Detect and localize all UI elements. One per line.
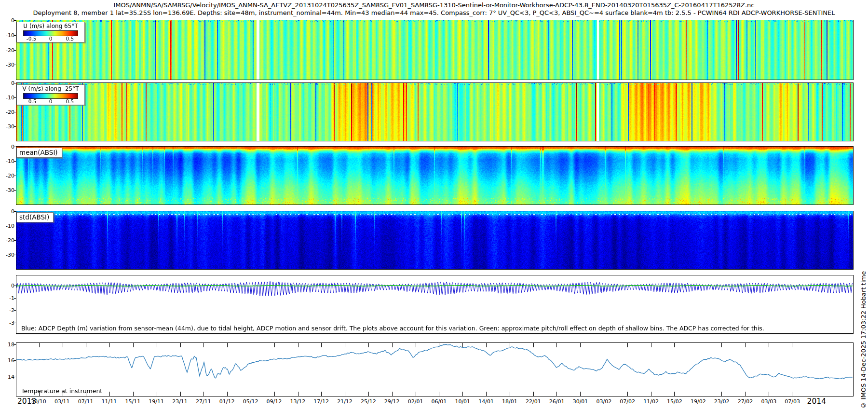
x-tick-label: 23/11 [172, 398, 188, 405]
temperature-plot [16, 343, 853, 396]
x-tick-mark [157, 392, 157, 396]
v-colorbar-legend: V (m/s) along -25°T -0.5 0 0.5 [16, 84, 85, 105]
std-absi-heatmap [16, 211, 853, 269]
y-tick-mark [14, 112, 16, 112]
y-tick-mark [14, 65, 16, 65]
y-tick-label: 0 [0, 144, 14, 150]
x-tick-mark [651, 343, 651, 347]
y-tick-mark [14, 83, 16, 83]
mean-absi-label: mean(ABSI) [16, 148, 62, 158]
x-tick-mark [533, 343, 534, 347]
x-tick-mark [274, 343, 275, 347]
x-tick-mark [298, 343, 298, 347]
x-tick-mark [486, 343, 487, 347]
x-tick-mark [556, 392, 557, 396]
mean-absi-panel: mean(ABSI) 0-10-20-30 [16, 146, 854, 205]
y-tick-label: -10 [0, 223, 14, 229]
x-tick-mark [109, 343, 110, 347]
x-tick-mark [792, 392, 792, 396]
x-tick-label: 26/01 [549, 398, 565, 405]
x-tick-label: 29/12 [384, 398, 400, 405]
x-tick-mark [510, 343, 510, 347]
x-tick-mark [203, 392, 204, 396]
y-tick-label: -10 [0, 158, 14, 164]
x-tick-label: 14/01 [478, 398, 494, 405]
year-end-label: 2014 [807, 397, 826, 406]
y-tick-label: 18 [0, 341, 14, 347]
x-tick-label: 02/01 [408, 398, 423, 405]
x-tick-mark [63, 343, 63, 347]
x-tick-mark [227, 343, 228, 347]
x-tick-mark [674, 392, 675, 396]
y-tick-label: -30 [0, 187, 14, 193]
colorbar-tick-label: 0.5 [66, 98, 74, 104]
x-tick-mark [86, 343, 86, 347]
figure-title-line1: IMOS/ANMN/SA/SAM8SG/Velocity/IMOS_ANMN-S… [0, 1, 868, 9]
x-tick-label: 09/12 [267, 398, 282, 405]
colorbar-tick-label: 0 [49, 36, 53, 41]
x-tick-mark [604, 392, 604, 396]
y-tick-label: -20 [0, 173, 14, 179]
u-colorbar-legend: U (m/s) along 65°T -0.5 0 0.5 [16, 22, 85, 42]
y-tick-mark [14, 360, 16, 361]
y-tick-label: 0 [0, 208, 14, 215]
u-velocity-panel: U (m/s) along 65°T -0.5 0 0.5 0-10-20-30 [16, 20, 854, 80]
y-tick-mark [14, 226, 16, 226]
y-tick-label: -10 [0, 32, 14, 38]
y-tick-label: -10 [0, 95, 14, 101]
u-legend-title: U (m/s) along 65°T [17, 22, 84, 29]
x-tick-mark [203, 343, 204, 347]
x-tick-label: 27/02 [738, 398, 753, 405]
depth-variation-annotation: Blue: ADCP Depth (m) variation from sens… [21, 325, 764, 332]
x-tick-mark [462, 343, 463, 347]
y-tick-label: 14 [0, 373, 14, 380]
temperature-panel: Temperature at instrument 181614 [16, 342, 854, 396]
x-tick-label: 11/02 [643, 398, 659, 405]
x-tick-mark [698, 392, 698, 396]
imos-copyright-watermark: © IMOS 14-Dec-2025 17:03:22 Hobart time [860, 271, 867, 409]
x-tick-mark [392, 343, 393, 347]
depth-variation-panel: Blue: ADCP Depth (m) variation from sens… [16, 275, 854, 334]
x-tick-mark [321, 392, 322, 396]
y-tick-mark [14, 126, 16, 127]
y-tick-mark [14, 211, 16, 212]
x-tick-label: 23/02 [714, 398, 730, 405]
colorbar-tick-label: -0.5 [27, 36, 37, 41]
x-tick-mark [439, 392, 439, 396]
x-tick-mark [392, 392, 393, 396]
y-tick-mark [14, 298, 16, 299]
x-tick-mark [368, 392, 369, 396]
y-tick-label: -2 [0, 307, 14, 314]
mean-absi-heatmap [16, 147, 853, 205]
v-velocity-panel: V (m/s) along -25°T -0.5 0 0.5 0-10-20-3… [16, 82, 854, 141]
x-tick-label: 15/11 [125, 398, 140, 405]
x-tick-mark [274, 392, 275, 396]
y-tick-mark [14, 147, 16, 147]
x-tick-mark [251, 343, 251, 347]
x-tick-mark [510, 392, 510, 396]
x-tick-label: 19/02 [691, 398, 706, 405]
x-tick-label: 27/11 [196, 398, 211, 405]
x-tick-mark [462, 392, 463, 396]
y-tick-mark [14, 190, 16, 191]
temperature-label: Temperature at instrument [21, 387, 102, 395]
colorbar-tick-label: -0.5 [27, 98, 37, 104]
x-tick-mark [698, 343, 698, 347]
x-tick-mark [227, 392, 228, 396]
y-tick-label: -20 [0, 237, 14, 244]
x-tick-mark [416, 343, 416, 347]
x-tick-label: 13/12 [290, 398, 305, 405]
x-tick-mark [627, 343, 628, 347]
y-tick-label: -30 [0, 62, 14, 68]
x-tick-mark [769, 343, 769, 347]
x-tick-label: 15/02 [667, 398, 682, 405]
y-tick-mark [14, 240, 16, 241]
x-tick-label: 21/12 [337, 398, 353, 405]
x-tick-mark [580, 343, 581, 347]
v-legend-title: V (m/s) along -25°T [17, 85, 84, 92]
y-tick-mark [14, 377, 16, 377]
x-tick-label: 06/01 [432, 398, 447, 405]
y-tick-mark [14, 50, 16, 51]
x-tick-label: 03/03 [761, 398, 776, 405]
y-tick-label: -20 [0, 109, 14, 115]
